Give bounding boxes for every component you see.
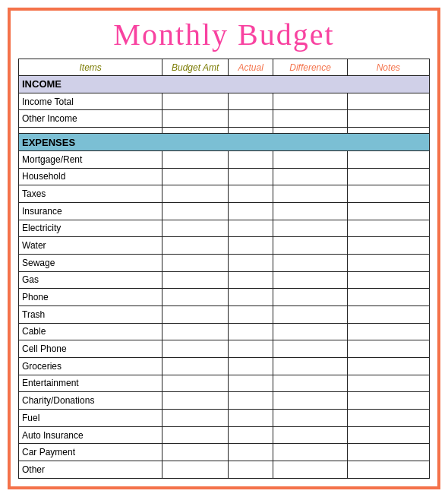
row-item-label: Electricity <box>19 220 162 237</box>
row-value-cell[interactable] <box>273 271 347 289</box>
table-row: Gas <box>19 271 430 289</box>
row-value-cell[interactable] <box>162 271 229 289</box>
row-value-cell[interactable] <box>273 168 347 185</box>
table-row: Household <box>19 168 430 185</box>
row-value-cell[interactable] <box>228 185 273 203</box>
row-value-cell[interactable] <box>347 93 429 110</box>
row-value-cell[interactable] <box>162 168 229 185</box>
row-value-cell[interactable] <box>347 323 429 340</box>
row-value-cell[interactable] <box>273 93 347 110</box>
row-value-cell[interactable] <box>162 461 229 479</box>
row-value-cell[interactable] <box>347 185 429 203</box>
row-item-label: Phone <box>19 289 162 306</box>
row-value-cell[interactable] <box>347 271 429 289</box>
row-value-cell[interactable] <box>347 289 429 306</box>
row-value-cell[interactable] <box>273 461 347 479</box>
row-value-cell[interactable] <box>162 410 229 427</box>
row-value-cell[interactable] <box>347 202 429 220</box>
row-value-cell[interactable] <box>273 237 347 255</box>
row-value-cell[interactable] <box>347 461 429 479</box>
row-value-cell[interactable] <box>347 150 429 168</box>
row-value-cell[interactable] <box>347 340 429 358</box>
row-value-cell[interactable] <box>228 289 273 306</box>
row-value-cell[interactable] <box>162 220 229 237</box>
row-value-cell[interactable] <box>228 237 273 255</box>
row-value-cell[interactable] <box>228 150 273 168</box>
row-value-cell[interactable] <box>347 375 429 392</box>
row-value-cell[interactable] <box>162 375 229 392</box>
row-value-cell[interactable] <box>228 375 273 392</box>
row-value-cell[interactable] <box>273 357 347 375</box>
row-value-cell[interactable] <box>162 340 229 358</box>
row-value-cell[interactable] <box>162 202 229 220</box>
row-value-cell[interactable] <box>228 271 273 289</box>
row-value-cell[interactable] <box>273 254 347 271</box>
row-value-cell[interactable] <box>228 202 273 220</box>
row-value-cell[interactable] <box>228 461 273 479</box>
row-value-cell[interactable] <box>347 254 429 271</box>
row-value-cell[interactable] <box>162 426 229 444</box>
row-value-cell[interactable] <box>273 323 347 340</box>
row-value-cell[interactable] <box>347 410 429 427</box>
row-value-cell[interactable] <box>162 110 229 128</box>
row-value-cell[interactable] <box>273 375 347 392</box>
row-value-cell[interactable] <box>273 410 347 427</box>
table-row: Cell Phone <box>19 340 430 358</box>
row-value-cell[interactable] <box>347 357 429 375</box>
row-value-cell[interactable] <box>273 426 347 444</box>
table-row: Cable <box>19 323 430 340</box>
row-value-cell[interactable] <box>162 93 229 110</box>
row-value-cell[interactable] <box>162 150 229 168</box>
row-value-cell[interactable] <box>162 357 229 375</box>
row-value-cell[interactable] <box>162 323 229 340</box>
row-value-cell[interactable] <box>162 444 229 461</box>
row-item-label: Groceries <box>19 357 162 375</box>
header-budget: Budget Amt <box>162 59 229 76</box>
row-value-cell[interactable] <box>228 444 273 461</box>
row-value-cell[interactable] <box>228 110 273 128</box>
row-value-cell[interactable] <box>162 305 229 323</box>
row-value-cell[interactable] <box>162 289 229 306</box>
row-value-cell[interactable] <box>228 357 273 375</box>
row-value-cell[interactable] <box>162 237 229 255</box>
row-value-cell[interactable] <box>347 220 429 237</box>
row-item-label: Mortgage/Rent <box>19 150 162 168</box>
row-value-cell[interactable] <box>228 426 273 444</box>
row-value-cell[interactable] <box>228 392 273 410</box>
row-value-cell[interactable] <box>273 340 347 358</box>
row-value-cell[interactable] <box>273 220 347 237</box>
row-value-cell[interactable] <box>228 168 273 185</box>
row-value-cell[interactable] <box>228 220 273 237</box>
row-value-cell[interactable] <box>347 110 429 128</box>
row-value-cell[interactable] <box>273 150 347 168</box>
row-value-cell[interactable] <box>162 254 229 271</box>
row-value-cell[interactable] <box>347 444 429 461</box>
table-row: Trash <box>19 305 430 323</box>
section-label: EXPENSES <box>19 134 430 151</box>
row-item-label: Taxes <box>19 185 162 203</box>
table-header-row: Items Budget Amt Actual Difference Notes <box>19 59 430 76</box>
blank-row <box>19 128 430 134</box>
row-value-cell[interactable] <box>273 392 347 410</box>
row-value-cell[interactable] <box>273 289 347 306</box>
row-value-cell[interactable] <box>347 168 429 185</box>
section-header-income: INCOME <box>19 76 430 93</box>
row-value-cell[interactable] <box>228 410 273 427</box>
row-value-cell[interactable] <box>273 110 347 128</box>
row-value-cell[interactable] <box>273 444 347 461</box>
row-value-cell[interactable] <box>347 237 429 255</box>
row-value-cell[interactable] <box>162 185 229 203</box>
row-value-cell[interactable] <box>273 305 347 323</box>
row-value-cell[interactable] <box>228 323 273 340</box>
row-value-cell[interactable] <box>273 185 347 203</box>
row-value-cell[interactable] <box>347 392 429 410</box>
row-value-cell[interactable] <box>228 254 273 271</box>
row-value-cell[interactable] <box>162 392 229 410</box>
row-value-cell[interactable] <box>273 202 347 220</box>
row-value-cell[interactable] <box>228 93 273 110</box>
row-value-cell[interactable] <box>347 305 429 323</box>
row-value-cell[interactable] <box>228 305 273 323</box>
row-value-cell[interactable] <box>228 340 273 358</box>
table-row: Entertainment <box>19 375 430 392</box>
row-value-cell[interactable] <box>347 426 429 444</box>
